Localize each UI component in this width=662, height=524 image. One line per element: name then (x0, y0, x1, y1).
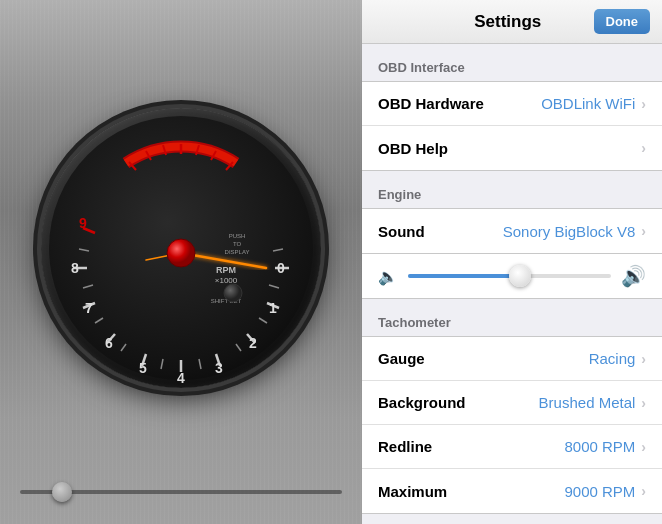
background-value: Brushed Metal (539, 394, 636, 411)
gauge-svg: 0 1 2 3 4 5 6 7 8 9 RPM ×1000 PUSH TO DI… (41, 108, 321, 388)
obd-help-label: OBD Help (378, 140, 641, 157)
tachometer-gauge: 0 1 2 3 4 5 6 7 8 9 RPM ×1000 PUSH TO DI… (41, 108, 321, 388)
sound-row[interactable]: Sound Sonory BigBlock V8 › (362, 209, 662, 253)
obd-hardware-row[interactable]: OBD Hardware OBDLink WiFi › (362, 82, 662, 126)
svg-line-25 (83, 285, 93, 288)
obd-help-chevron: › (641, 140, 646, 156)
svg-text:TO: TO (233, 241, 242, 247)
gauge-slider-thumb[interactable] (52, 482, 72, 502)
sound-chevron: › (641, 223, 646, 239)
settings-title: Settings (422, 12, 594, 32)
maximum-value: 9000 RPM (564, 483, 635, 500)
maximum-label: Maximum (378, 483, 564, 500)
svg-text:6: 6 (105, 335, 113, 351)
gauge-slider-area[interactable] (20, 490, 342, 494)
gauge-value: Racing (589, 350, 636, 367)
maximum-row[interactable]: Maximum 9000 RPM › (362, 469, 662, 513)
redline-row[interactable]: Redline 8000 RPM › (362, 425, 662, 469)
gauge-outer-ring: 0 1 2 3 4 5 6 7 8 9 RPM ×1000 PUSH TO DI… (41, 108, 321, 388)
volume-slider-fill (408, 274, 520, 278)
gauge-slider-track[interactable] (20, 490, 342, 494)
svg-line-24 (95, 318, 103, 323)
obd-hardware-chevron: › (641, 96, 646, 112)
svg-text:9: 9 (79, 215, 87, 231)
gauge-row[interactable]: Gauge Racing › (362, 337, 662, 381)
svg-line-18 (269, 285, 279, 288)
obd-interface-group: OBD Hardware OBDLink WiFi › OBD Help › (362, 81, 662, 171)
svg-line-19 (259, 318, 267, 323)
svg-text:RPM: RPM (216, 265, 236, 275)
settings-body: OBD Interface OBD Hardware OBDLink WiFi … (362, 44, 662, 524)
sound-label: Sound (378, 223, 503, 240)
svg-point-48 (224, 284, 242, 302)
svg-point-47 (167, 239, 195, 267)
redline-chevron: › (641, 439, 646, 455)
sound-value: Sonory BigBlock V8 (503, 223, 636, 240)
svg-text:4: 4 (177, 370, 185, 386)
settings-header: Settings Done (362, 0, 662, 44)
svg-text:5: 5 (139, 360, 147, 376)
gauge-panel: 0 1 2 3 4 5 6 7 8 9 RPM ×1000 PUSH TO DI… (0, 0, 362, 524)
maximum-chevron: › (641, 483, 646, 499)
obd-help-row[interactable]: OBD Help › (362, 126, 662, 170)
section-tachometer: Tachometer (362, 299, 662, 336)
volume-high-icon: 🔊 (621, 264, 646, 288)
section-obd-interface: OBD Interface (362, 44, 662, 81)
section-engine: Engine (362, 171, 662, 208)
volume-slider-track[interactable] (408, 274, 611, 278)
volume-row[interactable]: 🔈 🔊 (362, 254, 662, 299)
gauge-label: Gauge (378, 350, 589, 367)
volume-slider-thumb[interactable] (509, 265, 531, 287)
svg-text:8: 8 (71, 260, 79, 276)
svg-text:DISPLAY: DISPLAY (225, 249, 250, 255)
background-label: Background (378, 394, 539, 411)
background-row[interactable]: Background Brushed Metal › (362, 381, 662, 425)
svg-line-21 (199, 359, 201, 369)
obd-hardware-label: OBD Hardware (378, 95, 541, 112)
svg-line-22 (161, 359, 163, 369)
svg-text:2: 2 (249, 335, 257, 351)
svg-text:1: 1 (269, 300, 277, 316)
gauge-chevron: › (641, 351, 646, 367)
background-chevron: › (641, 395, 646, 411)
svg-line-23 (121, 344, 126, 351)
svg-text:PUSH: PUSH (229, 233, 246, 239)
svg-text:3: 3 (215, 360, 223, 376)
svg-text:7: 7 (85, 300, 93, 316)
svg-line-20 (236, 344, 241, 351)
volume-low-icon: 🔈 (378, 267, 398, 286)
settings-panel: Settings Done OBD Interface OBD Hardware… (362, 0, 662, 524)
obd-hardware-value: OBDLink WiFi (541, 95, 635, 112)
engine-group: Sound Sonory BigBlock V8 › (362, 208, 662, 254)
tachometer-group: Gauge Racing › Background Brushed Metal … (362, 336, 662, 514)
svg-text:0: 0 (277, 260, 285, 276)
svg-line-26 (79, 249, 89, 251)
svg-line-17 (273, 249, 283, 251)
done-button[interactable]: Done (594, 9, 651, 34)
redline-label: Redline (378, 438, 564, 455)
redline-value: 8000 RPM (564, 438, 635, 455)
